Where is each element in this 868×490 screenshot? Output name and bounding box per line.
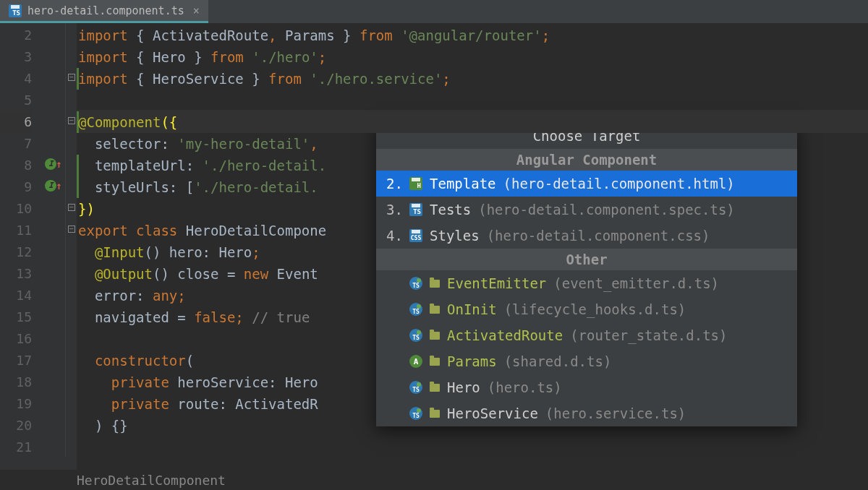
marker-row: [42, 413, 65, 435]
line-number-gutter: 23456789101112131415161718192021: [0, 23, 42, 470]
line-number: 4: [0, 68, 32, 90]
fold-row: −: [65, 110, 77, 132]
marker-row: [42, 110, 65, 132]
marker-row: [42, 283, 65, 305]
fold-row: −: [65, 197, 77, 218]
line-number: 14: [0, 285, 32, 306]
marker-row: [42, 88, 65, 110]
fold-row: [65, 240, 77, 262]
code-line[interactable]: [77, 90, 868, 111]
fold-row: [65, 370, 77, 392]
fold-row: [65, 175, 77, 197]
code-line[interactable]: @Output() close = new Event: [77, 263, 868, 285]
line-number: 13: [0, 263, 32, 285]
marker-row: [42, 218, 65, 240]
implements-icon[interactable]: I: [45, 158, 56, 170]
marker-row: [42, 132, 65, 153]
fold-toggle-icon[interactable]: −: [68, 74, 75, 81]
code-line[interactable]: export class HeroDetailCompone: [77, 220, 868, 241]
marker-row: [42, 348, 65, 370]
fold-gutter: −−−−: [65, 23, 77, 470]
fold-row: [65, 283, 77, 305]
fold-row: [65, 305, 77, 327]
line-number: 5: [0, 90, 32, 111]
marker-row: [42, 23, 65, 45]
line-number: 12: [0, 241, 32, 263]
fold-row: [65, 327, 77, 348]
code-line[interactable]: error: any;: [77, 285, 868, 306]
marker-row: [42, 392, 65, 413]
marker-row: [42, 66, 65, 88]
fold-row: [65, 392, 77, 413]
fold-toggle-icon[interactable]: −: [68, 225, 75, 233]
fold-row: −: [65, 66, 77, 88]
line-number: 8: [0, 155, 32, 176]
marker-row: [42, 435, 65, 457]
fold-toggle-icon[interactable]: −: [68, 117, 75, 124]
code-line[interactable]: @Input() hero: Hero;: [77, 241, 868, 263]
fold-toggle-icon[interactable]: −: [68, 204, 75, 211]
fold-row: [65, 88, 77, 110]
implements-icon[interactable]: I: [45, 180, 56, 192]
code-line[interactable]: [77, 437, 868, 458]
code-line[interactable]: import { ActivatedRoute, Params } from '…: [77, 25, 868, 46]
line-number: 11: [0, 220, 32, 241]
code-line[interactable]: import { HeroService } from './hero.serv…: [77, 68, 868, 90]
line-number: 20: [0, 415, 32, 437]
fold-row: [65, 413, 77, 435]
line-number: 16: [0, 328, 32, 350]
marker-row: I↑: [42, 153, 65, 175]
code-line[interactable]: ) {}: [77, 415, 868, 437]
marker-row: [42, 45, 65, 66]
code-line[interactable]: }): [77, 198, 868, 220]
fold-row: [65, 132, 77, 153]
breadcrumb[interactable]: HeroDetailComponent: [77, 470, 226, 490]
code-area[interactable]: import { ActivatedRoute, Params } from '…: [77, 23, 868, 470]
line-number: 17: [0, 350, 32, 371]
code-line[interactable]: [77, 328, 868, 350]
line-number: 9: [0, 176, 32, 198]
code-line[interactable]: @Component({: [77, 111, 868, 133]
tab-filename: hero-detail.component.ts: [27, 4, 184, 17]
tab-bar: TS hero-detail.component.ts ×: [0, 0, 868, 23]
marker-row: [42, 197, 65, 218]
line-number: 18: [0, 371, 32, 393]
marker-row: [42, 240, 65, 262]
fold-row: [65, 45, 77, 66]
code-line[interactable]: templateUrl: './hero-detail.: [77, 155, 868, 176]
line-number: 10: [0, 198, 32, 220]
editor: 23456789101112131415161718192021 I↑I↑ −−…: [0, 23, 868, 470]
line-number: 2: [0, 25, 32, 46]
tab-hero-detail[interactable]: TS hero-detail.component.ts ×: [0, 0, 208, 23]
code-line[interactable]: import { Hero } from './hero';: [77, 46, 868, 68]
typescript-file-icon: TS: [9, 4, 22, 17]
line-number: 19: [0, 393, 32, 415]
fold-row: [65, 153, 77, 175]
override-arrow-icon: ↑: [56, 153, 61, 175]
fold-row: [65, 435, 77, 457]
fold-row: [65, 23, 77, 45]
line-number: 6: [0, 111, 32, 133]
line-number: 3: [0, 46, 32, 68]
code-line[interactable]: navigated = false; // true: [77, 306, 868, 328]
fold-row: [65, 348, 77, 370]
line-number: 15: [0, 306, 32, 328]
code-line[interactable]: private heroService: Hero: [77, 371, 868, 393]
marker-gutter: I↑I↑: [42, 23, 65, 470]
code-line[interactable]: styleUrls: ['./hero-detail.: [77, 176, 868, 198]
override-arrow-icon: ↑: [56, 175, 61, 197]
marker-row: I↑: [42, 175, 65, 197]
fold-row: −: [65, 218, 77, 240]
line-number: 7: [0, 133, 32, 155]
marker-row: [42, 305, 65, 327]
fold-row: [65, 262, 77, 283]
close-icon[interactable]: ×: [193, 4, 200, 17]
code-line[interactable]: selector: 'my-hero-detail',: [77, 133, 868, 155]
line-number: 21: [0, 437, 32, 458]
code-line[interactable]: private route: ActivatedR: [77, 393, 868, 415]
marker-row: [42, 370, 65, 392]
marker-row: [42, 327, 65, 348]
marker-row: [42, 262, 65, 283]
code-line[interactable]: constructor(: [77, 350, 868, 371]
